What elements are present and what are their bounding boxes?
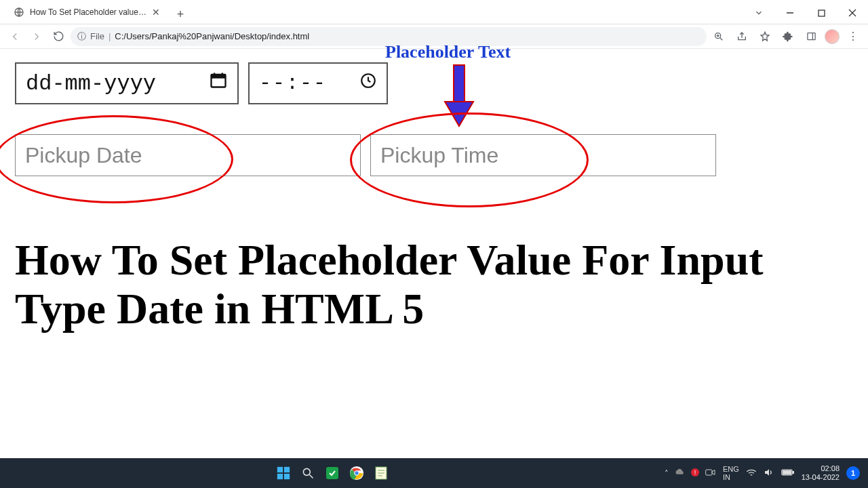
annotation-label: Placeholder Text (385, 42, 511, 62)
svg-rect-24 (326, 467, 338, 479)
nav-reload-button[interactable] (49, 27, 68, 46)
svg-text:!: ! (694, 469, 696, 476)
svg-rect-18 (277, 467, 283, 472)
window-minimize-button[interactable] (774, 2, 806, 24)
bookmark-icon[interactable] (755, 27, 774, 46)
toolbar-right: ⋮ (709, 27, 863, 46)
window-dropdown-icon[interactable] (743, 2, 774, 24)
new-tab-button[interactable]: + (171, 5, 190, 24)
nav-back-button[interactable] (5, 27, 24, 46)
svg-rect-21 (284, 474, 290, 479)
window-controls (743, 2, 868, 24)
language-line2: IN (723, 473, 739, 481)
svg-rect-9 (807, 33, 814, 40)
taskbar-app-icon[interactable] (322, 463, 342, 483)
svg-rect-11 (454, 65, 465, 104)
window-titlebar: How To Set Placeholder value for ✕ + (0, 0, 868, 24)
url-separator: | (108, 31, 111, 41)
svg-line-23 (309, 475, 313, 479)
profile-avatar[interactable] (825, 29, 840, 44)
side-panel-icon[interactable] (802, 27, 821, 46)
date-input-native[interactable]: dd-mm-yyyy (15, 62, 239, 104)
svg-rect-14 (212, 75, 226, 79)
start-button[interactable] (273, 463, 294, 483)
taskbar-center (0, 463, 665, 483)
page-content: Placeholder Text dd-mm-yyyy --:-- Pickup… (0, 49, 868, 346)
browser-tab[interactable]: How To Set Placeholder value for ✕ (5, 1, 168, 24)
window-close-button[interactable] (837, 2, 868, 24)
pickup-time-input[interactable]: Pickup Time (370, 134, 716, 176)
notepad-taskbar-icon[interactable] (371, 463, 391, 483)
time-input-native[interactable]: --:-- (248, 62, 388, 104)
info-icon: ⓘ (77, 30, 86, 43)
system-tray[interactable]: ˄ ! (665, 468, 716, 479)
url-path: C:/Users/Pankaj%20Panjwani/Desktop/index… (115, 31, 309, 41)
wifi-icon[interactable] (746, 468, 757, 479)
menu-icon[interactable]: ⋮ (844, 27, 863, 46)
nav-forward-button[interactable] (27, 27, 46, 46)
time-input-value: --:-- (259, 72, 327, 95)
url-scheme: File (90, 31, 104, 41)
zoom-icon[interactable] (709, 27, 728, 46)
tab-close-icon[interactable]: ✕ (152, 7, 160, 18)
svg-rect-36 (793, 471, 794, 473)
onedrive-icon[interactable] (674, 468, 685, 478)
taskbar-clock[interactable]: 02:08 13-04-2022 (802, 464, 840, 481)
window-maximize-button[interactable] (806, 2, 837, 24)
svg-rect-34 (706, 470, 712, 475)
svg-rect-37 (783, 470, 791, 474)
chevron-up-icon[interactable]: ˄ (665, 469, 669, 478)
clock-time: 02:08 (802, 464, 840, 473)
clock-icon[interactable] (359, 72, 377, 96)
meet-now-icon[interactable] (705, 468, 716, 478)
taskbar-right: ˄ ! ENG IN 02:08 13-04-2022 1 (665, 464, 868, 481)
search-button[interactable] (298, 463, 318, 483)
svg-rect-2 (818, 10, 825, 16)
battery-icon[interactable] (781, 468, 795, 479)
language-line1: ENG (723, 465, 739, 473)
svg-marker-12 (445, 102, 473, 126)
pickup-date-placeholder: Pickup Date (25, 143, 142, 168)
calendar-icon[interactable] (209, 70, 228, 96)
language-indicator[interactable]: ENG IN (723, 465, 739, 481)
windows-taskbar: ˄ ! ENG IN 02:08 13-04-2022 1 (0, 458, 868, 488)
volume-icon[interactable] (764, 468, 774, 479)
notification-badge[interactable]: 1 (846, 466, 860, 480)
page-headline: How To Set Placeholder Value For Input T… (15, 236, 853, 333)
pickup-time-placeholder: Pickup Time (380, 143, 498, 168)
share-icon[interactable] (732, 27, 751, 46)
pickup-date-input[interactable]: Pickup Date (15, 134, 361, 176)
arrow-icon (441, 64, 477, 131)
chrome-taskbar-icon[interactable] (347, 463, 367, 483)
extensions-icon[interactable] (778, 27, 797, 46)
clock-date: 13-04-2022 (802, 473, 840, 482)
tab-title: How To Set Placeholder value for (30, 7, 146, 17)
date-input-value: dd-mm-yyyy (26, 71, 156, 96)
svg-point-22 (303, 468, 310, 475)
svg-rect-20 (277, 474, 283, 479)
svg-line-6 (720, 38, 722, 40)
security-warning-icon[interactable]: ! (690, 468, 700, 479)
globe-icon (14, 7, 24, 18)
svg-rect-19 (284, 467, 290, 472)
